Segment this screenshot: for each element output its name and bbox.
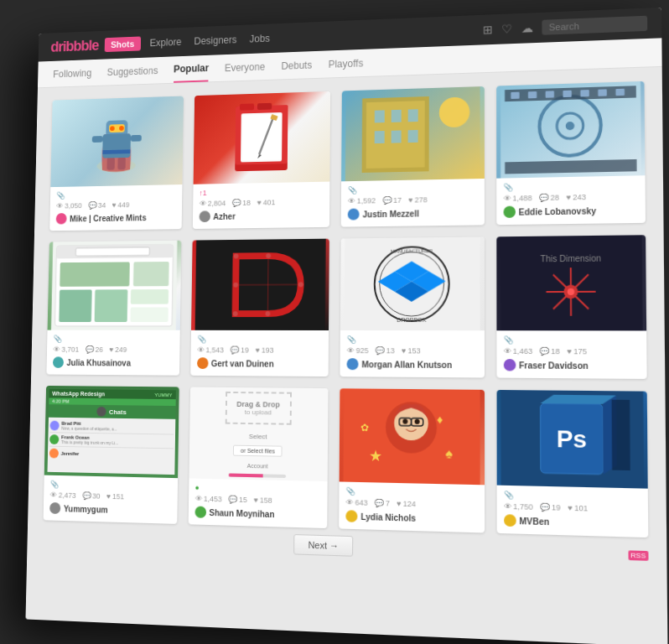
shot-image-7: DROPBOX MANUFACTURER (340, 236, 485, 330)
author-name-12[interactable]: MVBen (519, 516, 549, 526)
comments-10: 💬15 (228, 496, 247, 505)
svg-text:♠: ♠ (445, 446, 453, 461)
shot-meta-8: 📎 👁1,463 💬18 ♥175 Fraser Davidson (496, 330, 647, 379)
author-name-4[interactable]: Eddie Lobanovsky (519, 206, 597, 217)
shot-author-8: Fraser Davidson (503, 359, 640, 371)
author-name-10[interactable]: Shaun Moynihan (209, 507, 274, 518)
svg-rect-14 (240, 103, 254, 110)
shot-stats-7: 👁925 💬13 ♥153 (347, 346, 478, 356)
shot-stats-11: 👁643 💬7 ♥124 (345, 498, 477, 510)
subnav-everyone[interactable]: Everyone (225, 55, 266, 80)
comments-8: 💬18 (540, 347, 560, 356)
shot-image-8: This Dimension (496, 235, 646, 330)
author-name-1[interactable]: Mike | Creative Mints (70, 213, 147, 223)
attach-icon-8: 📎 (503, 335, 639, 345)
shot-image-1 (50, 96, 183, 188)
shot-stats-2: 👁2,804 💬18 ♥401 (199, 197, 323, 207)
views-4: 👁1,488 (503, 194, 532, 203)
shot-card-6[interactable]: 📎 👁1,543 💬19 ♥193 Gert van Duinen (190, 239, 329, 377)
rss-icon: RSS (628, 550, 649, 560)
shot-meta-7: 📎 👁925 💬13 ♥153 Morgan Allan Knutson (340, 330, 484, 377)
author-name-9[interactable]: Yummygum (64, 504, 108, 514)
shot-image-10: Drag & Drop to upload Select or Select f… (189, 387, 328, 482)
svg-rect-43 (615, 89, 625, 96)
shot-card-8[interactable]: This Dimension (496, 235, 647, 379)
shot-card-3[interactable]: 📎 👁1,592 💬17 ♥278 Justin Mezzell (341, 86, 485, 227)
shot-card-2[interactable]: ↑1 👁2,804 💬18 ♥401 Azher (192, 91, 330, 229)
shot-card-12[interactable]: Ps 📎 👁1 (496, 390, 648, 538)
avatar-12 (504, 514, 516, 527)
svg-rect-53 (130, 307, 168, 322)
likes-8: ♥175 (567, 347, 587, 356)
svg-rect-15 (257, 103, 272, 110)
shot-card-1[interactable]: 📎 👁3,050 💬34 ♥449 Mike | Creative Mints (49, 96, 183, 231)
shot-author-9: Yummygum (49, 502, 170, 517)
logo: dribbble (50, 37, 98, 55)
upload-icon[interactable]: ☁ (521, 21, 533, 34)
author-name-5[interactable]: Julia Khusainova (66, 358, 131, 367)
nav-jobs[interactable]: Jobs (250, 33, 270, 44)
subnav-suggestions[interactable]: Suggestions (106, 59, 158, 85)
likes-6: ♥193 (256, 346, 274, 355)
attach-icon-4: 📎 (503, 181, 638, 192)
shot-stats-4: 👁1,488 💬28 ♥243 (503, 192, 638, 203)
likes-11: ♥124 (397, 499, 416, 508)
shots-tab[interactable]: Shots (105, 36, 141, 52)
search-input[interactable] (542, 16, 647, 35)
next-btn-row: Next → (294, 534, 354, 557)
shot-image-2 (193, 91, 330, 184)
rss-link[interactable]: RSS (628, 550, 649, 559)
shot-card-10[interactable]: Drag & Drop to upload Select or Select f… (188, 387, 328, 528)
shot-card-7[interactable]: DROPBOX MANUFACTURER 📎 👁925 💬13 ♥153 (340, 236, 484, 377)
shot-card-5[interactable]: 📎 👁3,701 💬26 ♥249 Julia Khusainova (46, 241, 181, 376)
shot-card-9[interactable]: WhatsApp Redesign YUMMY 4:20 PM Chats (44, 386, 179, 524)
grid-icon[interactable]: ⊞ (483, 23, 493, 36)
nav-designers[interactable]: Designers (194, 34, 236, 47)
shot-meta-3: 📎 👁1,592 💬17 ♥278 Justin Mezzell (341, 179, 485, 227)
avatar-1 (56, 213, 67, 224)
author-name-2[interactable]: Azher (213, 211, 236, 221)
svg-rect-7 (131, 135, 142, 142)
avatar-9 (49, 502, 60, 514)
comments-1: 💬34 (88, 201, 106, 210)
views-2: 👁2,804 (199, 199, 226, 207)
comments-7: 💬13 (376, 346, 395, 355)
shot-stats-5: 👁3,701 💬26 ♥249 (53, 345, 173, 354)
svg-rect-52 (131, 289, 169, 304)
svg-rect-11 (102, 149, 130, 154)
nav-explore[interactable]: Explore (150, 36, 182, 49)
avatar-3 (348, 209, 360, 221)
author-name-8[interactable]: Fraser Davidson (519, 361, 589, 371)
next-button[interactable]: Next → (294, 534, 354, 557)
svg-text:♦: ♦ (437, 413, 443, 427)
subnav-debuts[interactable]: Debuts (281, 53, 312, 78)
avatar-6 (197, 357, 209, 369)
activity-icon[interactable]: ♡ (501, 22, 512, 35)
subnav-playoffs[interactable]: Playoffs (329, 50, 364, 76)
shot-meta-12: 📎 👁1,750 💬19 ♥101 MVBen (496, 486, 648, 538)
views-10: 👁1,453 (194, 495, 221, 504)
svg-rect-51 (95, 289, 128, 322)
subnav-popular[interactable]: Popular (174, 55, 209, 82)
comments-11: 💬7 (375, 499, 390, 508)
shot-stats-3: 👁1,592 💬17 ♥278 (348, 195, 477, 205)
shot-card-11[interactable]: ★ ♦ ✿ ♠ 📎 👁643 💬7 ♥124 (339, 388, 484, 532)
attach-icon-3: 📎 (348, 184, 477, 195)
shot-card-4[interactable]: 📎 👁1,488 💬28 ♥243 Eddie Lobanovsky (496, 81, 646, 225)
svg-text:★: ★ (369, 447, 382, 465)
shot-author-12: MVBen (504, 514, 641, 530)
author-name-6[interactable]: Gert van Duinen (211, 359, 274, 368)
author-name-7[interactable]: Morgan Allan Knutson (361, 360, 452, 370)
avatar-4 (503, 206, 515, 218)
subnav-following[interactable]: Following (53, 61, 92, 86)
author-name-3[interactable]: Justin Mezzell (363, 209, 419, 219)
author-name-11[interactable]: Lydia Nichols (360, 512, 416, 522)
shot-meta-10: ● 👁1,453 💬15 ♥158 Shaun Moynihan (188, 478, 327, 528)
shot-meta-6: 📎 👁1,543 💬19 ♥193 Gert van Duinen (190, 330, 329, 377)
shot-stats-1: 👁3,050 💬34 ♥449 (56, 200, 175, 210)
attach-icon-5: 📎 (54, 335, 174, 343)
nav-icons: ⊞ ♡ ☁ (483, 21, 533, 36)
shot-author-2: Azher (199, 209, 323, 222)
views-8: 👁1,463 (503, 347, 532, 356)
shot-author-11: Lydia Nichols (345, 510, 477, 526)
